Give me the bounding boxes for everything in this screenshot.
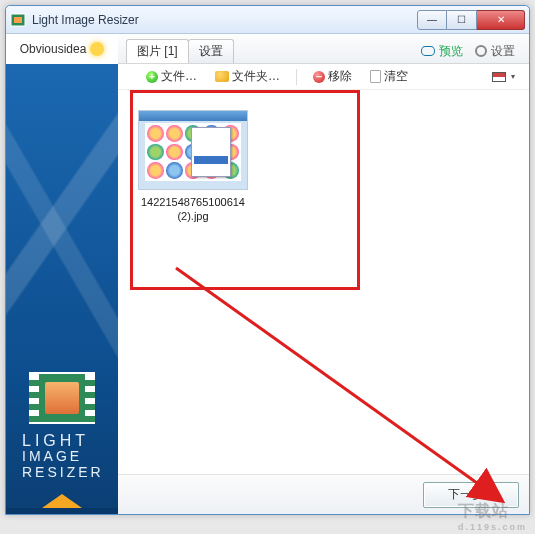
watermark-url: d.119s.com — [458, 522, 527, 532]
maximize-button[interactable]: ☐ — [447, 10, 477, 30]
brand-line1: LIGHT — [22, 432, 104, 450]
brand-text: LIGHT IMAGE RESIZER — [14, 432, 104, 486]
brand-line2: IMAGE — [22, 449, 104, 464]
footer: 下一步 > — [118, 474, 529, 514]
list-item[interactable]: 14221548765100614 (2).jpg — [138, 110, 248, 224]
view-mode-button[interactable]: ▾ — [488, 67, 519, 87]
add-file-button[interactable]: 文件… — [142, 67, 201, 87]
company-brand: Obviousidea — [6, 34, 118, 64]
app-window: Light Image Resizer — ☐ ✕ Obviousidea LI… — [5, 5, 530, 515]
window-title: Light Image Resizer — [32, 13, 417, 27]
toolbar: 文件… 文件夹… 移除 清空 ▾ — [118, 64, 529, 90]
add-file-label: 文件… — [161, 68, 197, 85]
minus-icon — [313, 71, 325, 83]
preview-link[interactable]: 预览 — [415, 39, 469, 63]
bulb-icon — [90, 42, 104, 56]
company-name: Obviousidea — [20, 42, 87, 56]
brand-line3: RESIZER — [22, 465, 104, 480]
remove-label: 移除 — [328, 68, 352, 85]
thumbnail-filename: 14221548765100614 (2).jpg — [138, 196, 248, 224]
settings-label: 设置 — [491, 43, 515, 60]
minimize-button[interactable]: — — [417, 10, 447, 30]
image-list-area[interactable]: 14221548765100614 (2).jpg — [118, 90, 529, 474]
logo-block: LIGHT IMAGE RESIZER — [6, 364, 118, 494]
page-icon — [370, 70, 381, 83]
svg-line-2 — [176, 268, 498, 498]
main-panel: 图片 [1] 设置 预览 设置 文件… — [118, 34, 529, 514]
svg-rect-1 — [14, 17, 22, 23]
add-folder-label: 文件夹… — [232, 68, 280, 85]
view-icon — [492, 72, 506, 82]
clear-button[interactable]: 清空 — [366, 67, 412, 87]
gear-icon — [475, 45, 487, 57]
plus-icon — [146, 71, 158, 83]
remove-button[interactable]: 移除 — [309, 67, 356, 87]
tab-settings[interactable]: 设置 — [188, 39, 234, 63]
sidebar-art — [6, 64, 118, 364]
expander-button[interactable] — [42, 494, 82, 508]
window-body: Obviousidea LIGHT IMAGE RESIZER 图片 [1] 设… — [6, 34, 529, 514]
thumbnail — [138, 110, 248, 190]
clear-label: 清空 — [384, 68, 408, 85]
preview-label: 预览 — [439, 43, 463, 60]
eye-icon — [421, 46, 435, 56]
folder-icon — [215, 71, 229, 82]
settings-link[interactable]: 设置 — [469, 39, 521, 63]
app-icon — [10, 12, 26, 28]
titlebar[interactable]: Light Image Resizer — ☐ ✕ — [6, 6, 529, 34]
sidebar: Obviousidea LIGHT IMAGE RESIZER — [6, 34, 118, 514]
window-buttons: — ☐ ✕ — [417, 10, 525, 30]
add-folder-button[interactable]: 文件夹… — [211, 67, 284, 87]
tab-bar: 图片 [1] 设置 预览 设置 — [118, 34, 529, 64]
app-logo-icon — [29, 372, 95, 424]
next-button[interactable]: 下一步 > — [423, 482, 519, 508]
tab-images[interactable]: 图片 [1] — [126, 39, 189, 63]
separator — [296, 69, 297, 85]
sidebar-foot — [6, 508, 118, 514]
chevron-down-icon: ▾ — [511, 72, 515, 81]
close-button[interactable]: ✕ — [477, 10, 525, 30]
